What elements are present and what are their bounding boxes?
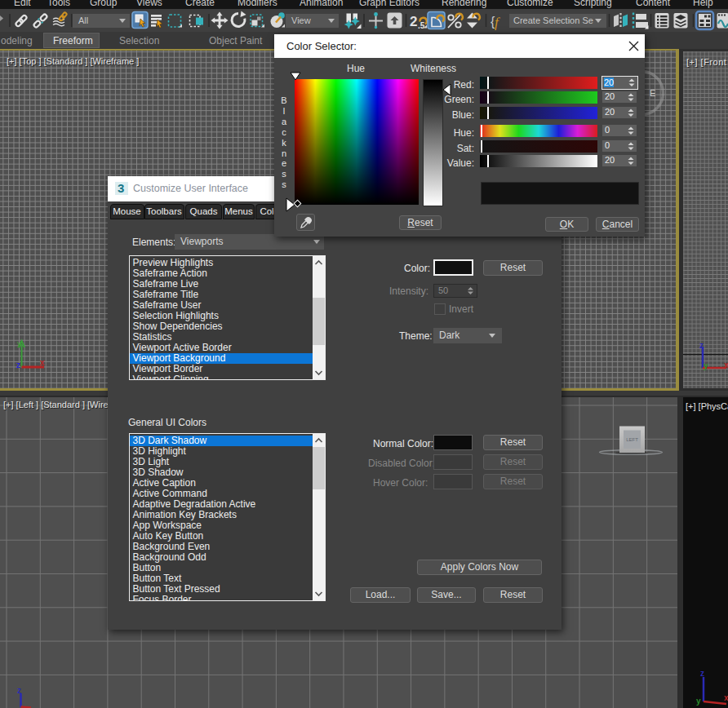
svg-text:y: y xyxy=(17,339,21,347)
svg-text:f: f xyxy=(495,15,500,30)
svg-text:y: y xyxy=(696,697,701,706)
svg-text:LEFT: LEFT xyxy=(626,437,638,442)
svg-text:x: x xyxy=(724,361,728,369)
svg-text:E: E xyxy=(650,88,655,98)
svg-text:z: z xyxy=(700,669,704,678)
svg-text:z: z xyxy=(16,361,20,369)
svg-text:z: z xyxy=(699,341,704,350)
svg-text:.5: .5 xyxy=(418,21,425,30)
svg-text:z: z xyxy=(17,686,21,695)
svg-text:x: x xyxy=(724,693,728,702)
svg-text:2: 2 xyxy=(410,14,417,29)
svg-text:x: x xyxy=(40,358,45,367)
svg-text:y: y xyxy=(704,361,708,370)
